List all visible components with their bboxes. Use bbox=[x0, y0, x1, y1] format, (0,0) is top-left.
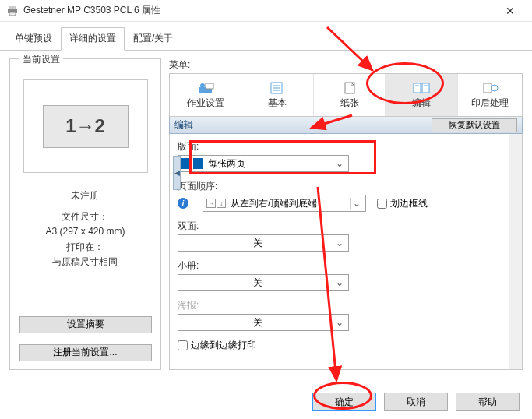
tool-edit[interactable]: 编辑 bbox=[386, 74, 457, 116]
edit-settings-area: 版面: 每张两页 ⌄ 页面顺序: i →↓ 从左到右/顶端到底端 ⌄ bbox=[169, 134, 523, 370]
poster-label: 海报: bbox=[178, 299, 514, 312]
chevron-down-icon: ⌄ bbox=[333, 238, 345, 248]
svg-rect-12 bbox=[422, 83, 429, 93]
poster-combo[interactable]: 关 ⌄ bbox=[178, 314, 349, 331]
section-header-edit: 编辑 恢复默认设置 bbox=[169, 117, 523, 134]
finishing-icon bbox=[479, 81, 501, 95]
layout-label: 版面: bbox=[178, 140, 514, 153]
window-title: Gestetner MP C3503 PCL 6 属性 bbox=[23, 4, 495, 17]
duplex-combo[interactable]: 关 ⌄ bbox=[178, 234, 349, 252]
help-button[interactable]: 帮助 bbox=[456, 393, 520, 411]
svg-rect-15 bbox=[484, 83, 491, 93]
svg-rect-11 bbox=[414, 83, 421, 93]
edit-icon bbox=[410, 81, 432, 95]
info-icon: i bbox=[178, 198, 188, 209]
page-order-combo[interactable]: →↓ 从左到右/顶端到底端 ⌄ bbox=[203, 195, 366, 212]
tool-finishing[interactable]: 印后处理 bbox=[458, 74, 522, 116]
current-settings-label: 当前设置 bbox=[19, 53, 63, 66]
menu-label: 菜单: bbox=[169, 58, 523, 72]
tab-config[interactable]: 配置/关于 bbox=[125, 27, 181, 51]
paper-icon bbox=[339, 81, 361, 95]
ok-button[interactable]: 确定 bbox=[312, 393, 376, 411]
current-settings-group: 当前设置 1→2 未注册 文件尺寸： A3 (297 x 420 mm) 打印在… bbox=[9, 58, 161, 370]
svg-rect-2 bbox=[9, 12, 16, 16]
border-line-checkbox[interactable]: 划边框线 bbox=[377, 197, 428, 210]
two-pages-icon bbox=[181, 158, 203, 169]
booklet-combo[interactable]: 关 ⌄ bbox=[178, 274, 349, 291]
edge-to-edge-checkbox[interactable]: 边缘到边缘打印 bbox=[178, 339, 514, 352]
tool-paper[interactable]: 纸张 bbox=[314, 74, 386, 116]
tool-basic[interactable]: 基本 bbox=[241, 74, 313, 116]
scrollbar-thumb[interactable] bbox=[511, 136, 520, 198]
booklet-label: 小册: bbox=[178, 259, 514, 273]
order-icon: →↓ bbox=[206, 199, 226, 208]
restore-defaults-button[interactable]: 恢复默认设置 bbox=[432, 118, 517, 132]
chevron-down-icon: ⌄ bbox=[333, 317, 345, 328]
register-settings-button[interactable]: 注册当前设置... bbox=[19, 344, 152, 361]
chevron-down-icon: ⌄ bbox=[333, 277, 345, 288]
page-order-label: 页面顺序: bbox=[178, 180, 514, 193]
close-icon[interactable]: ✕ bbox=[495, 5, 526, 17]
collapse-handle[interactable]: ◀ bbox=[173, 156, 181, 190]
tab-detailed[interactable]: 详细的设置 bbox=[61, 27, 125, 51]
printer-icon bbox=[6, 5, 19, 17]
svg-rect-1 bbox=[9, 6, 16, 9]
menu-toolbar: 作业设置 基本 纸张 编辑 印后处理 bbox=[169, 73, 523, 117]
svg-point-16 bbox=[491, 85, 498, 91]
chevron-down-icon: ⌄ bbox=[350, 198, 362, 209]
settings-summary-button[interactable]: 设置摘要 bbox=[19, 316, 152, 333]
svg-rect-5 bbox=[206, 83, 213, 89]
basic-icon bbox=[266, 81, 288, 95]
layout-preview: 1→2 bbox=[23, 79, 148, 173]
chevron-down-icon: ⌄ bbox=[333, 158, 345, 169]
tab-bar: 单键预设 详细的设置 配置/关于 bbox=[0, 22, 532, 51]
svg-point-4 bbox=[200, 83, 205, 88]
duplex-label: 双面: bbox=[178, 220, 514, 233]
tool-job-settings[interactable]: 作业设置 bbox=[170, 74, 241, 116]
tab-oneclick[interactable]: 单键预设 bbox=[6, 27, 61, 51]
cancel-button[interactable]: 取消 bbox=[384, 393, 448, 411]
layout-combo[interactable]: 每张两页 ⌄ bbox=[178, 155, 349, 172]
preview-info: 未注册 文件尺寸： A3 (297 x 420 mm) 打印在： 与原稿尺寸相同 bbox=[45, 188, 125, 269]
job-icon bbox=[195, 81, 217, 95]
